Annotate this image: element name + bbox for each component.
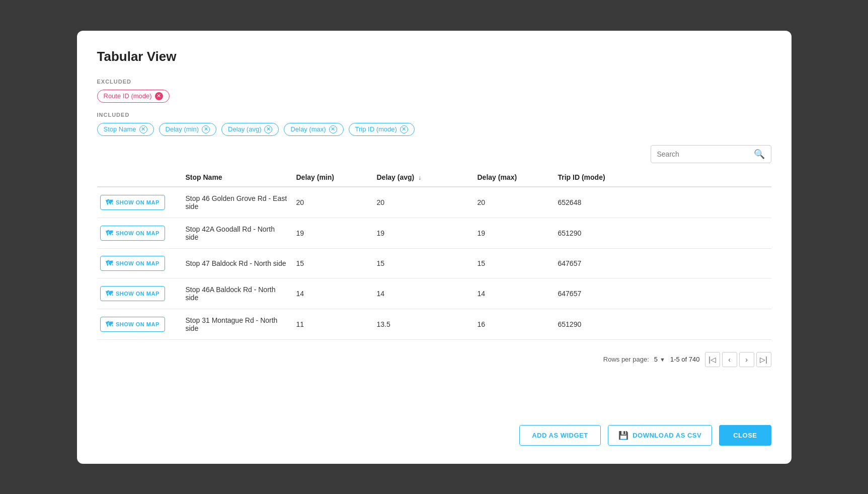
download-csv-button[interactable]: 💾 DOWNLOAD AS CSV bbox=[608, 425, 713, 446]
delay-avg-cell: 13.5 bbox=[374, 309, 475, 339]
show-on-map-label: SHOW ON MAP bbox=[116, 260, 160, 266]
delay-max-cell: 20 bbox=[475, 187, 555, 218]
excluded-tag-route-id[interactable]: Route ID (mode) ✕ bbox=[97, 90, 170, 103]
delay-avg-cell: 15 bbox=[374, 248, 475, 278]
stop-name-cell: Stop 46A Baldock Rd - North side bbox=[183, 278, 293, 309]
table-row: 🗺 SHOW ON MAP Stop 47 Baldock Rd - North… bbox=[97, 248, 771, 278]
delay-min-cell: 19 bbox=[293, 218, 374, 248]
col-header-trip-id: Trip ID (mode) bbox=[555, 168, 771, 187]
delay-min-cell: 15 bbox=[293, 248, 374, 278]
show-on-map-cell: 🗺 SHOW ON MAP bbox=[97, 187, 183, 218]
pagination-buttons: |◁ ‹ › ▷| bbox=[705, 352, 771, 367]
delay-min-cell: 20 bbox=[293, 187, 374, 218]
included-tag-delay-min-close[interactable]: ✕ bbox=[202, 125, 210, 133]
show-on-map-label: SHOW ON MAP bbox=[116, 230, 160, 236]
stop-name-cell: Stop 31 Montague Rd - North side bbox=[183, 309, 293, 339]
show-on-map-label: SHOW ON MAP bbox=[116, 199, 160, 205]
included-tag-trip-id[interactable]: Trip ID (mode) ✕ bbox=[349, 123, 415, 136]
show-on-map-cell: 🗺 SHOW ON MAP bbox=[97, 309, 183, 339]
included-tags: Stop Name ✕ Delay (min) ✕ Delay (avg) ✕ … bbox=[97, 123, 771, 136]
col-header-btn bbox=[97, 168, 183, 187]
close-button[interactable]: CLOSE bbox=[719, 425, 771, 446]
show-on-map-cell: 🗺 SHOW ON MAP bbox=[97, 218, 183, 248]
stop-name-cell: Stop 42A Goodall Rd - North side bbox=[183, 218, 293, 248]
trip-id-cell: 647657 bbox=[555, 278, 771, 309]
prev-page-button[interactable]: ‹ bbox=[722, 352, 737, 367]
show-on-map-button[interactable]: 🗺 SHOW ON MAP bbox=[100, 226, 165, 241]
trip-id-cell: 647657 bbox=[555, 248, 771, 278]
included-tag-delay-min-text: Delay (min) bbox=[166, 125, 199, 133]
included-tag-delay-min[interactable]: Delay (min) ✕ bbox=[159, 123, 216, 136]
search-box[interactable]: 🔍 bbox=[651, 145, 771, 163]
map-icon: 🗺 bbox=[106, 320, 113, 328]
download-icon: 💾 bbox=[618, 431, 629, 440]
included-tag-stop-name-close[interactable]: ✕ bbox=[139, 125, 147, 133]
show-on-map-cell: 🗺 SHOW ON MAP bbox=[97, 278, 183, 309]
rows-per-page-label: Rows per page: bbox=[603, 356, 649, 363]
delay-avg-cell: 19 bbox=[374, 218, 475, 248]
trip-id-cell: 651290 bbox=[555, 218, 771, 248]
included-label: INCLUDED bbox=[97, 112, 771, 118]
show-on-map-label: SHOW ON MAP bbox=[116, 321, 160, 327]
trip-id-cell: 651290 bbox=[555, 309, 771, 339]
included-tag-trip-id-close[interactable]: ✕ bbox=[400, 125, 408, 133]
included-tag-delay-max-text: Delay (max) bbox=[290, 125, 326, 133]
modal-title: Tabular View bbox=[97, 49, 771, 64]
delay-avg-cell: 14 bbox=[374, 278, 475, 309]
map-icon: 🗺 bbox=[106, 259, 113, 267]
stop-name-cell: Stop 46 Golden Grove Rd - East side bbox=[183, 187, 293, 218]
included-tag-stop-name[interactable]: Stop Name ✕ bbox=[97, 123, 154, 136]
show-on-map-button[interactable]: 🗺 SHOW ON MAP bbox=[100, 195, 165, 210]
table-row: 🗺 SHOW ON MAP Stop 46A Baldock Rd - Nort… bbox=[97, 278, 771, 309]
next-page-button[interactable]: › bbox=[739, 352, 754, 367]
rows-per-page-chevron-icon: ▼ bbox=[660, 357, 665, 363]
col-header-delay-avg[interactable]: Delay (avg) ↓ bbox=[374, 168, 475, 187]
table-row: 🗺 SHOW ON MAP Stop 46 Golden Grove Rd - … bbox=[97, 187, 771, 218]
data-table: Stop Name Delay (min) Delay (avg) ↓ Dela… bbox=[97, 168, 771, 340]
table-header-row: Stop Name Delay (min) Delay (avg) ↓ Dela… bbox=[97, 168, 771, 187]
delay-max-cell: 14 bbox=[475, 278, 555, 309]
delay-avg-cell: 20 bbox=[374, 187, 475, 218]
modal: Tabular View EXCLUDED Route ID (mode) ✕ … bbox=[77, 31, 792, 464]
show-on-map-button[interactable]: 🗺 SHOW ON MAP bbox=[100, 256, 165, 271]
pagination-range: 1-5 of 740 bbox=[670, 356, 700, 363]
table-row: 🗺 SHOW ON MAP Stop 42A Goodall Rd - Nort… bbox=[97, 218, 771, 248]
search-input[interactable] bbox=[657, 150, 754, 158]
trip-id-cell: 652648 bbox=[555, 187, 771, 218]
first-page-button[interactable]: |◁ bbox=[705, 352, 720, 367]
map-icon: 🗺 bbox=[106, 198, 113, 206]
included-tag-delay-max[interactable]: Delay (max) ✕ bbox=[284, 123, 343, 136]
rows-per-page-value: 5 bbox=[654, 356, 658, 363]
excluded-tags: Route ID (mode) ✕ bbox=[97, 90, 771, 103]
col-header-delay-min: Delay (min) bbox=[293, 168, 374, 187]
search-icon[interactable]: 🔍 bbox=[754, 149, 765, 160]
excluded-tag-text: Route ID (mode) bbox=[104, 92, 152, 100]
map-icon: 🗺 bbox=[106, 290, 113, 298]
show-on-map-button[interactable]: 🗺 SHOW ON MAP bbox=[100, 286, 165, 301]
included-tag-stop-name-text: Stop Name bbox=[104, 125, 136, 133]
show-on-map-label: SHOW ON MAP bbox=[116, 291, 160, 297]
included-tag-delay-max-close[interactable]: ✕ bbox=[329, 125, 337, 133]
download-label: DOWNLOAD AS CSV bbox=[633, 432, 701, 439]
col-header-stop-name: Stop Name bbox=[183, 168, 293, 187]
search-row: 🔍 bbox=[97, 145, 771, 163]
included-tag-delay-avg[interactable]: Delay (avg) ✕ bbox=[221, 123, 279, 136]
delay-min-cell: 14 bbox=[293, 278, 374, 309]
delay-max-cell: 16 bbox=[475, 309, 555, 339]
included-tag-delay-avg-text: Delay (avg) bbox=[228, 125, 261, 133]
last-page-button[interactable]: ▷| bbox=[756, 352, 771, 367]
table-row: 🗺 SHOW ON MAP Stop 31 Montague Rd - Nort… bbox=[97, 309, 771, 339]
rows-per-page-select[interactable]: 5 ▼ bbox=[654, 356, 665, 363]
col-header-delay-max: Delay (max) bbox=[475, 168, 555, 187]
footer-actions: ADD AS WIDGET 💾 DOWNLOAD AS CSV CLOSE bbox=[97, 425, 771, 446]
add-widget-button[interactable]: ADD AS WIDGET bbox=[519, 425, 600, 446]
delay-max-cell: 19 bbox=[475, 218, 555, 248]
show-on-map-button[interactable]: 🗺 SHOW ON MAP bbox=[100, 317, 165, 332]
stop-name-cell: Stop 47 Baldock Rd - North side bbox=[183, 248, 293, 278]
sort-desc-icon: ↓ bbox=[418, 174, 421, 181]
map-icon: 🗺 bbox=[106, 229, 113, 237]
excluded-tag-close-icon[interactable]: ✕ bbox=[155, 92, 163, 100]
delay-max-cell: 15 bbox=[475, 248, 555, 278]
included-tag-delay-avg-close[interactable]: ✕ bbox=[264, 125, 272, 133]
pagination-row: Rows per page: 5 ▼ 1-5 of 740 |◁ ‹ › ▷| bbox=[97, 352, 771, 367]
